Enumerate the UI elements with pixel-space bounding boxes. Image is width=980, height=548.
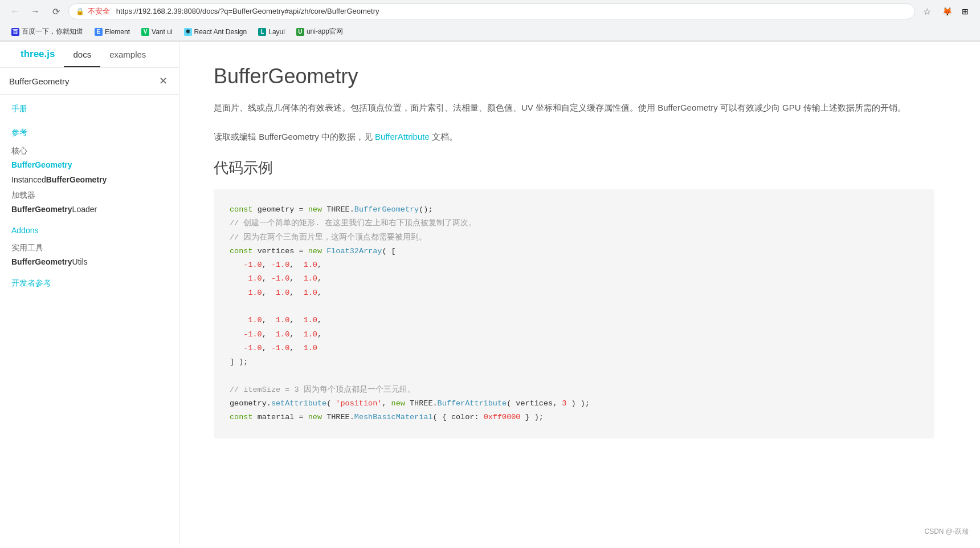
page-description-1: 是面片、线或点几何体的有效表述。包括顶点位置，面片索引、法相量、颜色值、UV 坐… [214,100,934,115]
bookmark-favicon-layui: L [258,28,266,36]
sidebar-manual-link[interactable]: 手册 [11,104,27,113]
bookmark-favicon-react: ⚛ [184,28,192,36]
bookmark-uniapp[interactable]: U uni-app官网 [292,25,348,38]
csdn-watermark: CSDN @-跃瑞 [924,527,969,537]
sidebar-close-button[interactable]: ✕ [157,75,170,87]
ext-button-1[interactable]: 🦊 [939,3,955,19]
sidebar-section-core: 核心 BufferGeometry InstancedBufferGeometr… [0,143,179,187]
sidebar-search-title: BufferGeometry [9,76,157,86]
reload-button[interactable]: ⟳ [48,3,64,19]
sidebar-section-utils: 实用工具 BufferGeometryUtils [0,240,179,269]
sidebar-reference-link[interactable]: 参考 [11,128,27,137]
sidebar-devref-link[interactable]: 开发者参考 [11,278,51,287]
url-https: 不安全 [88,7,110,15]
sidebar-section-manual: 手册 [0,95,179,119]
extension-buttons: 🦊 ⊞ [939,3,973,19]
sidebar-item-instancedbuffergeometry[interactable]: InstancedBufferGeometry [0,172,179,187]
description2-prefix: 读取或编辑 BufferGeometry 中的数据，见 [214,132,375,141]
tab-examples[interactable]: examples [100,43,155,67]
bookmark-uniapp-label: uni-app官网 [307,27,343,36]
sidebar-addons-link[interactable]: Addons [11,226,38,235]
main-content: BufferGeometry 是面片、线或点几何体的有效表述。包括顶点位置，面片… [179,42,980,545]
address-bar[interactable]: 🔒 不安全 https://192.168.2.39:8080/docs/?q=… [68,3,915,19]
sidebar-loaders-label: 加载器 [0,187,179,202]
browser-chrome: ← → ⟳ 🔒 不安全 https://192.168.2.39:8080/do… [0,0,980,42]
sidebar-buffergeometryloader-label: BufferGeometryLoader [11,205,97,214]
sidebar-section-devref: 开发者参考 [0,269,179,293]
url-full: https://192.168.2.39:8080/docs/?q=Buffer… [116,7,379,15]
ext-button-2[interactable]: ⊞ [957,3,973,19]
lock-icon: 🔒 [76,7,84,15]
sidebar-buffergeometryutils-label: BufferGeometryUtils [11,257,88,266]
bookmark-vant-label: Vant ui [152,28,172,36]
url-text: 不安全 https://192.168.2.39:8080/docs/?q=Bu… [88,6,908,17]
sidebar-item-buffergeometryutils[interactable]: BufferGeometryUtils [0,254,179,269]
bookmark-baidu[interactable]: 百 百度一下，你就知道 [7,25,88,38]
buffer-attribute-link[interactable]: BufferAttribute [375,132,430,141]
bookmark-button[interactable]: ☆ [920,5,934,18]
sidebar-core-label: 核心 [0,143,179,157]
site-brand-tab[interactable]: three.js [11,42,64,68]
bookmark-react-label: React Ant Design [194,28,247,36]
page-description-2: 读取或编辑 BufferGeometry 中的数据，见 BufferAttrib… [214,129,934,144]
sidebar-section-reference: 参考 [0,119,179,143]
sidebar-utils-label: 实用工具 [0,240,179,254]
code-block: const geometry = new THREE.BufferGeometr… [214,189,934,439]
bookmark-vant[interactable]: V Vant ui [137,26,177,38]
description2-suffix: 文档。 [430,132,458,141]
sidebar-buffergeometry-label: BufferGeometry [11,160,72,169]
sidebar-section-addons: Addons [0,217,179,240]
sidebar-item-buffergeometryloader[interactable]: BufferGeometryLoader [0,202,179,217]
code-section-title: 代码示例 [214,158,934,178]
sidebar-section-loaders: 加载器 BufferGeometryLoader [0,187,179,217]
site-tabs: three.js docs examples [0,42,179,68]
sidebar: three.js docs examples BufferGeometry ✕ … [0,42,179,545]
bookmark-favicon-vant: V [141,28,149,36]
bookmark-favicon-uniapp: U [296,28,304,36]
bookmark-baidu-label: 百度一下，你就知道 [22,27,83,36]
back-button[interactable]: ← [7,3,23,19]
bookmark-favicon-element: E [95,28,103,36]
sidebar-item-buffergeometry[interactable]: BufferGeometry [0,157,179,172]
sidebar-instancedbuffergeometry-label: InstancedBufferGeometry [11,175,107,184]
forward-button[interactable]: → [27,3,43,19]
bookmark-element-label: Element [105,28,130,36]
bookmarks-bar: 百 百度一下，你就知道 E Element V Vant ui ⚛ React … [0,23,980,41]
browser-toolbar: ← → ⟳ 🔒 不安全 https://192.168.2.39:8080/do… [0,0,980,23]
tab-docs[interactable]: docs [64,43,100,67]
bookmark-layui[interactable]: L Layui [254,26,289,38]
page-title: BufferGeometry [214,64,934,88]
page-layout: three.js docs examples BufferGeometry ✕ … [0,42,980,545]
sidebar-header: BufferGeometry ✕ [0,68,179,95]
bookmark-element[interactable]: E Element [90,26,134,38]
bookmark-layui-label: Layui [268,28,285,36]
bookmark-favicon-baidu: 百 [11,28,19,36]
bookmark-react[interactable]: ⚛ React Ant Design [179,26,252,38]
